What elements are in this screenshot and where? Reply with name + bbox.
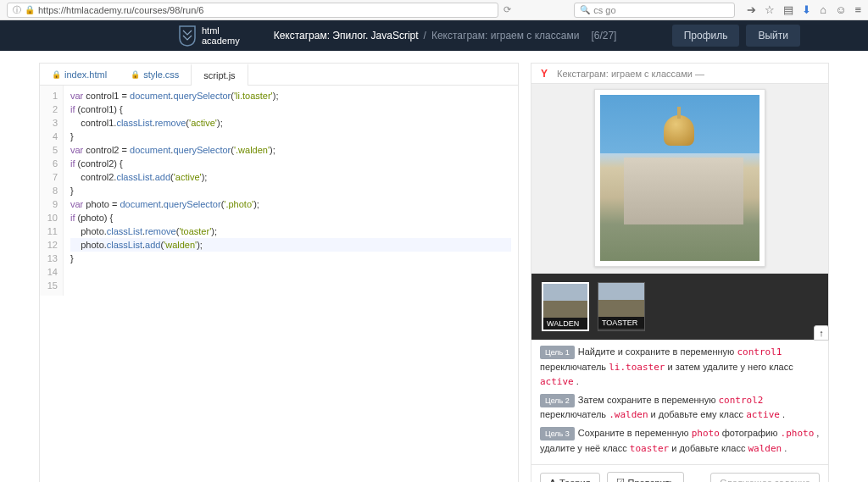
next-task-button[interactable]: Следующее задание [710,473,820,482]
goal-badge: Цель 2 [540,394,575,407]
reload-icon[interactable]: ⟳ [504,4,511,15]
preview-tab-bar: Y Кекстаграм: играем с классами — [531,64,828,84]
download-icon[interactable]: ⬇ [802,3,811,16]
library-icon[interactable]: ▤ [783,3,793,16]
filter-thumbnails: WALDENTOASTER↑ [531,274,828,340]
site-header: html academy Кекстаграм: Эпилог. JavaScr… [0,20,868,51]
preview-tab-title: Кекстаграм: играем с классами — [557,69,704,79]
profile-button[interactable]: Профиль [672,25,740,47]
lock-icon: 🔒 [131,70,140,79]
logo-shield-icon [178,25,197,47]
code-token: active [540,376,574,387]
url-bar[interactable]: ⓘ 🔒 https://htmlacademy.ru/courses/98/ru… [7,3,498,18]
task-name: Кекстаграм: играем с классами [431,30,579,42]
check-icon: ☑ [616,477,625,482]
editor-tabs: 🔒 index.html 🔒 style.css script.js [40,64,518,86]
line-gutter: 123456789101112131415 [40,86,64,296]
photo-frame [594,89,765,267]
goal-badge: Цель 1 [540,346,575,359]
browser-search[interactable]: 🔍 cs go [574,3,735,18]
goal-item: Цель 1Найдите и сохраните в переменную c… [540,345,820,390]
code-token: active [746,409,780,420]
tab-script-js[interactable]: script.js [191,64,248,86]
code-token: control1 [737,346,782,357]
lock-icon: 🔒 [52,70,61,79]
smile-icon[interactable]: ☺ [835,3,846,16]
filter-thumb[interactable]: TOASTER [598,282,645,331]
tab-style-css[interactable]: 🔒 style.css [119,64,191,85]
code-editor[interactable]: 123456789101112131415 var control1 = doc… [40,86,518,296]
goal-badge: Цель 3 [540,427,575,440]
logo-text: html academy [202,25,240,46]
code-token: .walden [609,409,648,420]
url-text: https://htmlacademy.ru/courses/98/run/6 [38,5,203,15]
editor-pane: 🔒 index.html 🔒 style.css script.js 12345… [39,63,519,482]
info-icon: ⓘ [13,4,21,16]
preview-body: WALDENTOASTER↑ Цель 1Найдите и сохраните… [531,84,828,464]
code-content[interactable]: var control1 = document.querySelector('l… [64,86,518,296]
font-icon: A [549,478,556,482]
course-name[interactable]: Кекстаграм: Эпилог. JavaScript [274,30,419,42]
progress: [6/27] [591,30,616,42]
logo[interactable]: html academy [178,25,240,47]
code-token: li.toaster [609,362,665,373]
thumb-label: TOASTER [598,317,644,329]
scroll-up-button[interactable]: ↑ [814,325,829,341]
preview-pane: Y Кекстаграм: играем с классами — WALDEN… [531,63,829,482]
browser-toolbar: ➔ ☆ ▤ ⬇ ⌂ ☺ ≡ [747,3,861,16]
home-icon[interactable]: ⌂ [820,3,826,16]
goal-item: Цель 3Сохраните в переменную photo фотог… [540,426,820,456]
code-token: toaster [630,443,669,454]
tab-index-html[interactable]: 🔒 index.html [40,64,119,85]
code-token: photo [692,428,720,439]
breadcrumb: Кекстаграм: Эпилог. JavaScript / Кекстаг… [274,30,617,42]
yandex-icon: Y [538,68,550,80]
preview-actions: A Теория ☑ Проверить Следующее задание [531,464,828,482]
theory-button[interactable]: A Теория [540,473,600,482]
code-token: control2 [719,395,764,406]
menu-icon[interactable]: ≡ [854,3,861,16]
browser-chrome: ⓘ 🔒 https://htmlacademy.ru/courses/98/ru… [0,0,868,20]
search-icon: 🔍 [580,5,590,14]
thumb-label: WALDEN [543,318,587,330]
filter-thumb[interactable]: WALDEN [542,282,589,331]
goal-item: Цель 2Затем сохраните в переменную contr… [540,393,820,423]
goals-list: Цель 1Найдите и сохраните в переменную c… [531,340,828,464]
lock-icon: 🔒 [25,5,35,14]
code-token: walden [748,443,782,454]
code-token: .photo [781,428,815,439]
star-icon[interactable]: ☆ [765,3,775,16]
photo-image [600,95,760,261]
navigate-icon[interactable]: ➔ [747,3,756,16]
logout-button[interactable]: Выйти [746,25,800,47]
search-placeholder: cs go [593,5,615,15]
check-button[interactable]: ☑ Проверить [607,472,684,482]
